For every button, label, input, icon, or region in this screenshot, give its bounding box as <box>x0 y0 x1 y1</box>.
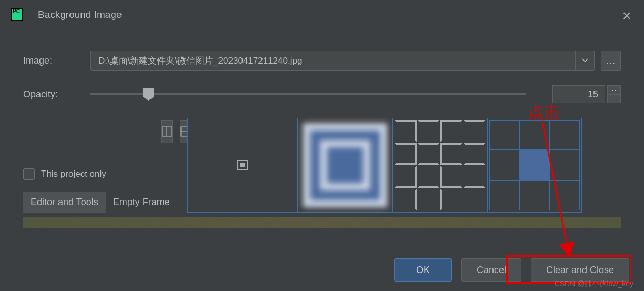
slider-thumb[interactable] <box>143 88 154 101</box>
app-icon <box>11 8 23 21</box>
dialog-title: Background Image <box>38 9 122 21</box>
image-path-text: D:\桌面\新建文件夹\微信图片_20230417211240.jpg <box>91 55 575 67</box>
scale-preview-icon <box>303 123 387 207</box>
clear-and-close-button[interactable]: Clear and Close <box>531 258 629 282</box>
tile-preview-icon <box>395 120 485 210</box>
fill-plain-button[interactable] <box>187 118 298 213</box>
fill-anchor-button[interactable] <box>487 118 582 213</box>
flip-horizontal-button[interactable] <box>161 120 173 143</box>
watermark: CSDN @帅小伙low_key <box>555 279 633 289</box>
this-project-only-label: This project only <box>41 169 106 179</box>
step-up-icon[interactable] <box>608 86 620 95</box>
ok-button[interactable]: OK <box>394 258 452 282</box>
plain-icon <box>237 160 248 170</box>
fill-scale-button[interactable] <box>298 118 393 213</box>
tab-editor-and-tools[interactable]: Editor and Tools <box>23 192 106 213</box>
opacity-slider[interactable] <box>90 93 526 95</box>
tab-empty-frame[interactable]: Empty Frame <box>106 192 177 213</box>
opacity-input[interactable]: 15 <box>552 85 605 103</box>
step-down-icon[interactable] <box>608 95 620 103</box>
fill-tile-button[interactable] <box>393 118 487 213</box>
anchor-grid-icon <box>489 120 580 210</box>
image-path-combo[interactable]: D:\桌面\新建文件夹\微信图片_20230417211240.jpg <box>90 51 595 71</box>
checkbox-icon[interactable] <box>23 168 35 180</box>
browse-button[interactable]: ... <box>601 51 621 71</box>
cancel-button[interactable]: Cancel <box>461 258 521 282</box>
image-label: Image: <box>23 55 90 66</box>
opacity-label: Opacity: <box>23 89 90 100</box>
this-project-only-row[interactable]: This project only <box>23 168 181 180</box>
opacity-stepper[interactable] <box>607 85 621 103</box>
close-icon[interactable]: ✕ <box>622 9 631 23</box>
preview-strip <box>23 217 621 228</box>
titlebar: Background Image ✕ <box>0 0 644 29</box>
chevron-down-icon[interactable] <box>575 51 594 70</box>
